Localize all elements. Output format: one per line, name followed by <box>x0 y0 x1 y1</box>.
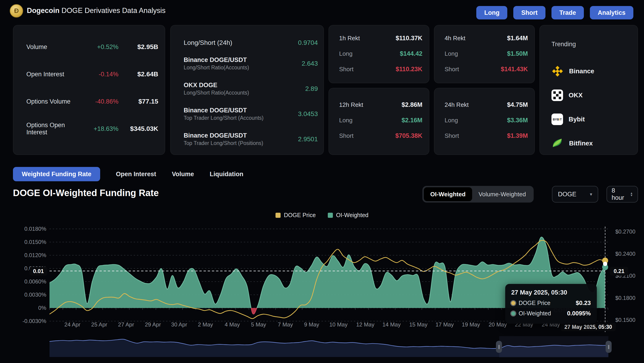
stat-label: Options Open Interest <box>26 122 84 136</box>
svg-text:5 May: 5 May <box>251 321 266 328</box>
stat-label: Volume <box>26 43 84 51</box>
ratio-titles: Binance DOGE/USDTTop Trader Long/Short (… <box>184 132 286 146</box>
navigator-handle-left[interactable]: ∥ <box>496 341 502 353</box>
stat-row-volume: Volume +0.52% $2.95B <box>26 41 158 53</box>
trending-item-bitfinex[interactable]: Bitfinex <box>552 137 633 149</box>
ratio-titles: OKX DOGELong/Short Ratio(Accounts) <box>184 82 286 96</box>
tab-volume[interactable]: Volume <box>172 171 194 178</box>
svg-text:$0.2700: $0.2700 <box>615 228 636 235</box>
rekt-12h-panel: 12h Rekt$2.86M Long$2.16M Short$705.38K <box>328 88 429 155</box>
legend-label: OI-Weighted <box>336 212 368 219</box>
ratio-label: Long/Short (24h) <box>184 39 286 46</box>
svg-text:7 May: 7 May <box>278 321 293 328</box>
svg-text:0.0060%: 0.0060% <box>24 278 46 285</box>
navigator-handle-right[interactable]: ∥ <box>606 341 612 353</box>
svg-text:24 Apr: 24 Apr <box>64 321 80 328</box>
svg-text:15 May: 15 May <box>409 321 428 328</box>
tooltip-row-doge-price: DOGE Price $0.23 <box>511 299 591 307</box>
ratio-row-binance-top-positions: Binance DOGE/USDTTop Trader Long/Short (… <box>184 129 318 149</box>
rekt-long-value: $2.16M <box>402 117 422 124</box>
trending-item-binance[interactable]: Binance <box>552 65 633 77</box>
stat-change: +18.63% <box>84 125 118 132</box>
svg-text:$0.2400: $0.2400 <box>615 251 636 257</box>
rekt-long-label: Long <box>444 50 507 57</box>
ratio-title: Binance DOGE/USDT <box>184 107 286 114</box>
trending-item-bybit[interactable]: BYBIT Bybit <box>552 113 633 125</box>
svg-text:0.0030%: 0.0030% <box>24 292 46 298</box>
ratio-value: 3.0453 <box>286 110 318 118</box>
long-short-24h-row: Long/Short (24h) 0.9704 <box>184 37 318 48</box>
tab-liquidation[interactable]: Liquidation <box>210 171 243 178</box>
tab-weighted-funding-rate[interactable]: Weighted Funding Rate <box>13 167 100 181</box>
toggle-volume-weighted[interactable]: Volume-Weighted <box>472 187 532 201</box>
trending-item-label: Bybit <box>568 116 585 123</box>
rekt-long-row: Long$144.42 <box>339 47 422 60</box>
stat-label: Options Volume <box>26 98 84 105</box>
rekt-short-row: Short$705.38K <box>339 129 422 142</box>
chart-legend: DOGE Price OI-Weighted <box>0 212 644 219</box>
bitfinex-icon <box>552 137 564 149</box>
rekt-short-row: Short$110.23K <box>339 63 422 75</box>
rekt-long-row: Long$1.50M <box>444 47 528 60</box>
trending-item-okx[interactable]: OKX <box>552 89 633 101</box>
rekt-short-label: Short <box>444 132 507 139</box>
tooltip-title: 27 May 2025, 05:30 <box>511 289 591 296</box>
svg-text:0.0120%: 0.0120% <box>24 252 46 258</box>
svg-text:0.0150%: 0.0150% <box>24 239 46 245</box>
stat-row-options-open-interest: Options Open Interest +18.63% $345.03K <box>26 123 158 135</box>
trending-item-label: OKX <box>568 91 583 99</box>
short-button[interactable]: Short <box>513 6 546 19</box>
rekt-long-value: $144.42 <box>400 50 422 57</box>
stat-row-options-volume: Options Volume -40.86% $77.15 <box>26 95 158 108</box>
legend-label: DOGE Price <box>284 212 316 219</box>
legend-doge-price[interactable]: DOGE Price <box>276 212 316 219</box>
trending-panel: Trending Binance OKX BYBIT Bybit <box>540 25 638 155</box>
rekt-total: $110.37K <box>396 35 422 42</box>
rekt-total: $2.86M <box>402 101 422 108</box>
oi-weighted-dot-icon <box>511 312 516 316</box>
stat-change: +0.52% <box>84 43 118 51</box>
analytics-button[interactable]: Analytics <box>590 6 633 19</box>
long-button[interactable]: Long <box>476 6 507 19</box>
chevron-down-icon: ▾ <box>590 191 592 197</box>
ratio-subtitle: Top Trader Long/Short (Positions) <box>184 140 286 146</box>
ratio-titles: Binance DOGE/USDTLong/Short Ratio(Accoun… <box>184 56 286 71</box>
toggle-oi-weighted[interactable]: OI-Weighted <box>424 187 472 201</box>
page-title-bold: Dogecoin <box>27 6 60 14</box>
svg-text:27 Apr: 27 Apr <box>118 321 134 328</box>
rekt-short-row: Short$141.43K <box>444 63 528 75</box>
chart-tooltip: 27 May 2025, 05:30 DOGE Price $0.23 OI-W… <box>505 284 597 324</box>
bybit-icon: BYBIT <box>552 113 563 125</box>
rekt-total: $1.64M <box>507 35 528 42</box>
ratio-title: OKX DOGE <box>184 82 286 89</box>
trade-button[interactable]: Trade <box>552 6 584 19</box>
trending-item-label: Bitfinex <box>569 140 593 147</box>
legend-swatch-oi-weighted <box>328 213 333 218</box>
rekt-long-value: $3.36M <box>507 117 528 124</box>
navigator-selection[interactable] <box>499 336 608 358</box>
legend-oi-weighted[interactable]: OI-Weighted <box>328 212 368 219</box>
ratio-titles: Binance DOGE/USDTTop Trader Long/Short (… <box>184 107 286 121</box>
rekt-24h-panel: 24h Rekt$4.75M Long$3.36M Short$1.39M <box>434 88 535 155</box>
rekt-long-row: Long$3.36M <box>444 114 528 126</box>
ratio-title: Binance DOGE/USDT <box>184 56 286 64</box>
svg-text:14 May: 14 May <box>382 321 401 328</box>
rekt-short-value: $1.39M <box>507 132 528 139</box>
interval-select[interactable]: 8 hour ▲▼ <box>606 186 638 203</box>
header-buttons: Long Short Trade Analytics <box>476 6 633 19</box>
tooltip-value: $0.23 <box>576 299 591 307</box>
binance-icon <box>552 65 564 77</box>
coin-select[interactable]: DOGE ▾ <box>552 186 598 203</box>
svg-text:20 May: 20 May <box>488 321 507 328</box>
trending-item-label: Binance <box>569 67 594 75</box>
weighting-toggle: OI-Weighted Volume-Weighted <box>422 186 534 203</box>
svg-text:$0.1500: $0.1500 <box>615 317 636 323</box>
svg-text:$0.1800: $0.1800 <box>615 295 636 301</box>
rekt-short-label: Short <box>339 66 396 73</box>
ratio-value: 2.643 <box>286 60 318 67</box>
doge-price-dot-icon <box>511 301 516 305</box>
tab-open-interest[interactable]: Open Interest <box>116 171 156 178</box>
svg-text:29 Apr: 29 Apr <box>145 321 161 328</box>
header: Ð Dogecoin DOGE Derivatives Data Analysi… <box>0 0 644 22</box>
legend-swatch-doge-price <box>276 213 280 218</box>
